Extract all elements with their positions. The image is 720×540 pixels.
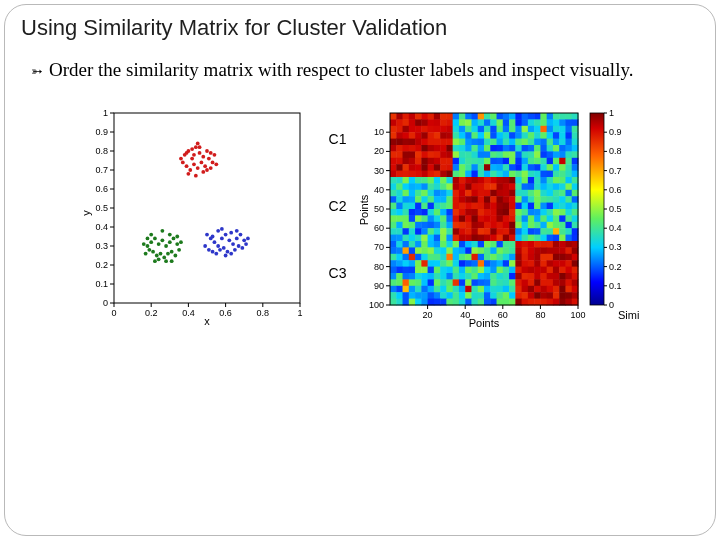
svg-point-111: [169, 249, 173, 253]
figure-row: y x 00.20.40.60.81 00.10.20.30.40.50.60.…: [19, 105, 701, 330]
svg-rect-802: [497, 253, 504, 260]
svg-rect-340: [422, 157, 429, 164]
svg-point-108: [158, 251, 162, 255]
svg-rect-1021: [553, 298, 560, 305]
svg-rect-396: [397, 170, 404, 177]
svg-rect-643: [441, 221, 448, 228]
svg-rect-243: [566, 132, 573, 139]
svg-rect-943: [441, 285, 448, 292]
svg-rect-960: [547, 285, 554, 292]
svg-rect-267: [528, 138, 535, 145]
svg-rect-1004: [447, 298, 454, 305]
svg-point-85: [236, 244, 240, 248]
svg-rect-782: [560, 247, 567, 254]
svg-rect-131: [428, 113, 435, 120]
svg-rect-235: [516, 132, 523, 139]
svg-point-115: [160, 229, 164, 233]
svg-text:60: 60: [374, 223, 384, 233]
svg-rect-388: [535, 164, 542, 171]
bullet-item: ➳ Order the similarity matrix with respe…: [31, 57, 701, 83]
svg-text:80: 80: [536, 310, 546, 320]
svg-rect-592: [497, 209, 504, 216]
svg-rect-684: [510, 228, 517, 235]
svg-rect-278: [409, 145, 416, 152]
svg-rect-724: [572, 234, 579, 241]
svg-rect-210: [547, 125, 554, 132]
svg-rect-695: [390, 234, 397, 241]
svg-rect-953: [503, 285, 510, 292]
svg-rect-595: [516, 209, 523, 216]
svg-rect-825: [453, 260, 460, 267]
svg-rect-774: [510, 247, 517, 254]
svg-rect-553: [441, 202, 448, 209]
svg-rect-254: [447, 138, 454, 145]
svg-rect-550: [422, 202, 429, 209]
svg-rect-909: [416, 279, 423, 286]
svg-rect-263: [503, 138, 510, 145]
svg-rect-356: [522, 157, 529, 164]
svg-rect-761: [428, 247, 435, 254]
svg-rect-249: [416, 138, 423, 145]
svg-rect-780: [547, 247, 554, 254]
svg-rect-904: [572, 273, 579, 280]
svg-rect-456: [397, 183, 404, 190]
svg-point-41: [205, 149, 209, 153]
svg-rect-174: [510, 119, 517, 126]
svg-rect-824: [447, 260, 454, 267]
svg-rect-437: [466, 177, 473, 184]
svg-rect-498: [472, 189, 479, 196]
svg-rect-708: [472, 234, 479, 241]
svg-rect-618: [472, 215, 479, 222]
svg-rect-168: [472, 119, 479, 126]
svg-rect-566: [522, 202, 529, 209]
svg-point-68: [216, 244, 220, 248]
svg-rect-559: [478, 202, 485, 209]
svg-rect-325: [516, 151, 523, 158]
svg-rect-234: [510, 132, 517, 139]
svg-rect-507: [528, 189, 535, 196]
svg-rect-164: [447, 119, 454, 126]
svg-rect-397: [403, 170, 410, 177]
svg-rect-167: [466, 119, 473, 126]
svg-rect-384: [510, 164, 517, 171]
svg-rect-997: [403, 298, 410, 305]
svg-rect-820: [422, 260, 429, 267]
svg-rect-222: [434, 132, 441, 139]
svg-rect-646: [459, 221, 466, 228]
svg-rect-677: [466, 228, 473, 235]
svg-rect-784: [572, 247, 579, 254]
svg-rect-810: [547, 253, 554, 260]
svg-rect-790: [422, 253, 429, 260]
svg-rect-504: [510, 189, 517, 196]
svg-rect-650: [484, 221, 491, 228]
svg-rect-410: [484, 170, 491, 177]
svg-rect-803: [503, 253, 510, 260]
svg-rect-862: [497, 266, 504, 273]
svg-rect-981: [491, 292, 498, 299]
svg-rect-840: [547, 260, 554, 267]
svg-rect-342: [434, 157, 441, 164]
svg-rect-687: [528, 228, 535, 235]
svg-rect-506: [522, 189, 529, 196]
svg-rect-294: [510, 145, 517, 152]
svg-rect-282: [434, 145, 441, 152]
svg-rect-694: [572, 228, 579, 235]
svg-rect-320: [484, 151, 491, 158]
svg-rect-870: [547, 266, 554, 273]
svg-rect-390: [547, 164, 554, 171]
svg-point-58: [197, 145, 201, 149]
svg-rect-723: [566, 234, 573, 241]
svg-rect-445: [516, 177, 523, 184]
svg-rect-593: [503, 209, 510, 216]
svg-rect-753: [566, 241, 573, 248]
svg-rect-688: [535, 228, 542, 235]
svg-rect-551: [428, 202, 435, 209]
svg-rect-718: [535, 234, 542, 241]
svg-rect-476: [522, 183, 529, 190]
svg-rect-244: [572, 132, 579, 139]
scatter-ylabel: y: [80, 209, 92, 215]
svg-rect-257: [466, 138, 473, 145]
svg-rect-335: [390, 157, 397, 164]
svg-rect-746: [522, 241, 529, 248]
svg-rect-533: [503, 196, 510, 203]
